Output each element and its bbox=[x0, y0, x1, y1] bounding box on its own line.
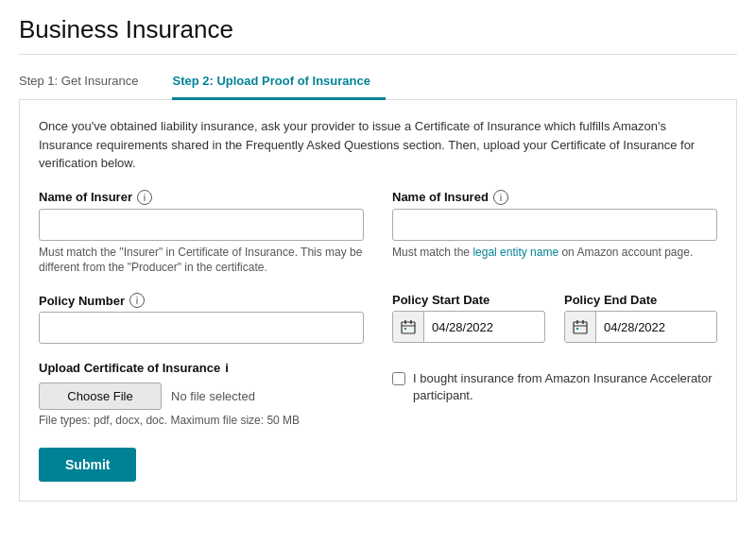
policy-end-date-value: 04/28/2022 bbox=[596, 320, 716, 334]
upload-label: Upload Certificate of Insurance i bbox=[39, 361, 364, 375]
page-title: Business Insurance bbox=[19, 15, 737, 55]
policy-start-date-col: Policy Start Date bbox=[392, 293, 545, 343]
tab-step2[interactable]: Step 2: Upload Proof of Insurance bbox=[172, 64, 385, 100]
name-of-insurer-input[interactable] bbox=[39, 209, 364, 241]
form-row-names: Name of Insurer i Must match the "Insure… bbox=[39, 190, 717, 277]
svg-rect-0 bbox=[402, 322, 415, 333]
policy-start-date-label: Policy Start Date bbox=[392, 293, 545, 307]
policy-end-date-wrapper: 04/28/2022 bbox=[564, 311, 717, 343]
policy-end-date-col: Policy End Date bbox=[564, 293, 717, 343]
upload-col: Upload Certificate of Insurance i Choose… bbox=[39, 361, 364, 427]
policy-dates-col: Policy Start Date bbox=[392, 293, 717, 344]
policy-start-date-wrapper: 04/28/2022 bbox=[392, 311, 545, 343]
policy-end-date-calendar-btn[interactable] bbox=[565, 312, 596, 342]
policy-start-date-value: 04/28/2022 bbox=[424, 320, 544, 334]
checkbox-col: I bought insurance from Amazon Insurance… bbox=[392, 361, 717, 404]
name-of-insured-input[interactable] bbox=[392, 209, 717, 241]
upload-info-icon[interactable]: i bbox=[225, 361, 229, 375]
tabs-container: Step 1: Get Insurance Step 2: Upload Pro… bbox=[19, 64, 737, 100]
name-of-insurer-hint: Must match the "Insurer" in Certificate … bbox=[39, 245, 364, 277]
name-of-insured-col: Name of Insured i Must match the legal e… bbox=[392, 190, 717, 277]
submit-button[interactable]: Submit bbox=[39, 448, 136, 482]
file-types-text: File types: pdf, docx, doc. Maximum file… bbox=[39, 414, 364, 427]
page-wrapper: Business Insurance Step 1: Get Insurance… bbox=[0, 0, 756, 544]
calendar-icon bbox=[573, 319, 588, 334]
upload-controls: Choose File No file selected bbox=[39, 382, 364, 410]
policy-number-input[interactable] bbox=[39, 312, 364, 344]
info-text: Once you've obtained liability insurance… bbox=[39, 117, 717, 173]
svg-rect-4 bbox=[404, 328, 406, 330]
form-row-policy: Policy Number i Policy Start Date bbox=[39, 293, 717, 344]
legal-entity-link[interactable]: legal entity name bbox=[472, 246, 558, 259]
policy-number-info-icon[interactable]: i bbox=[129, 293, 145, 308]
accelerator-checkbox-row: I bought insurance from Amazon Insurance… bbox=[392, 370, 717, 404]
name-of-insured-hint: Must match the legal entity name on Amaz… bbox=[392, 245, 717, 261]
policy-end-date-label: Policy End Date bbox=[564, 293, 717, 307]
policy-number-label: Policy Number i bbox=[39, 293, 364, 308]
name-of-insured-label: Name of Insured i bbox=[392, 190, 717, 205]
name-of-insurer-col: Name of Insurer i Must match the "Insure… bbox=[39, 190, 364, 277]
calendar-icon bbox=[401, 319, 416, 334]
date-row: Policy Start Date bbox=[392, 293, 717, 343]
name-of-insurer-info-icon[interactable]: i bbox=[137, 190, 152, 205]
accelerator-checkbox[interactable] bbox=[392, 372, 405, 385]
no-file-text: No file selected bbox=[171, 389, 255, 403]
policy-number-col: Policy Number i bbox=[39, 293, 364, 344]
content-box: Once you've obtained liability insurance… bbox=[19, 100, 737, 502]
accelerator-checkbox-label: I bought insurance from Amazon Insurance… bbox=[413, 370, 717, 404]
svg-rect-9 bbox=[576, 328, 578, 330]
choose-file-button[interactable]: Choose File bbox=[39, 382, 162, 410]
svg-rect-5 bbox=[574, 322, 587, 333]
name-of-insurer-label: Name of Insurer i bbox=[39, 190, 364, 205]
tab-step1[interactable]: Step 1: Get Insurance bbox=[19, 64, 153, 100]
policy-start-date-calendar-btn[interactable] bbox=[393, 312, 424, 342]
name-of-insured-info-icon[interactable]: i bbox=[493, 190, 508, 205]
bottom-row: Upload Certificate of Insurance i Choose… bbox=[39, 361, 717, 427]
